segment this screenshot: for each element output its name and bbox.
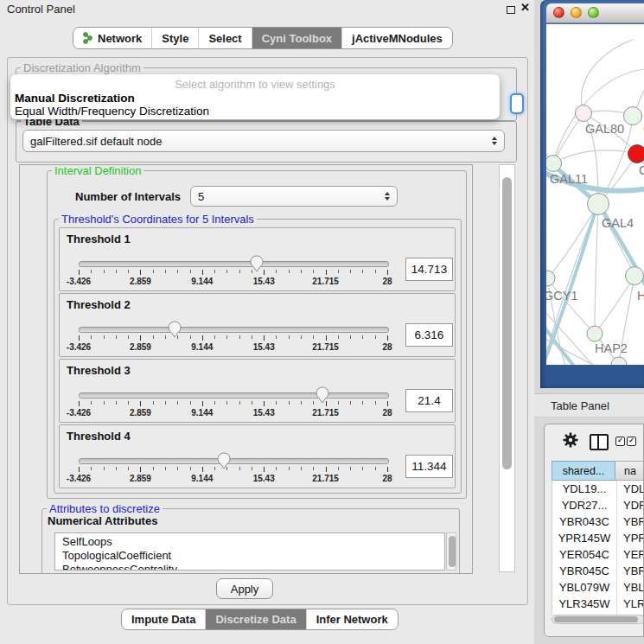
slider-tick [276, 270, 277, 273]
scrollbar-thumb[interactable] [554, 616, 638, 622]
network-edge[interactable] [581, 40, 633, 113]
table-panel-title: Table Panel [551, 399, 609, 412]
table-row[interactable]: YPR145WYPR1 [552, 530, 644, 546]
slider-tick [177, 270, 178, 273]
apply-button[interactable]: Apply [216, 578, 273, 599]
tab-select[interactable]: Select [199, 28, 252, 48]
tab-cyni-toolbox[interactable]: Cyni Toolbox [252, 28, 342, 48]
threshold-slider-thumb[interactable] [217, 452, 231, 469]
threshold-slider-thumb[interactable] [250, 255, 264, 272]
panel-vertical-scrollbar[interactable] [499, 164, 515, 572]
threshold-value-field[interactable]: 11.344 [405, 455, 453, 478]
algorithm-option-equal-width[interactable]: Equal Width/Frequency Discretization [15, 105, 209, 118]
scrollbar-thumb[interactable] [502, 177, 512, 469]
table-row[interactable]: YBR045CYBR0 [552, 563, 644, 579]
network-node-label: GAL11 [550, 172, 588, 186]
threshold-slider-track[interactable] [79, 458, 389, 464]
tab-label: Impute Data [131, 613, 195, 626]
table-data-combobox[interactable]: galFiltered.sif default node [22, 130, 505, 152]
number-of-intervals-label: Number of Intervals [75, 190, 181, 203]
network-node[interactable] [576, 105, 592, 122]
table-header-row: shared... na [552, 461, 644, 481]
algorithm-dropdown-popup: Select algorithm to view settings Manual… [10, 74, 500, 119]
close-icon[interactable]: ✕ [520, 1, 530, 14]
slider-tick [313, 335, 314, 339]
table-cell-name: YBR0 [617, 513, 644, 530]
threshold-slider-thumb[interactable] [168, 321, 182, 338]
network-canvas[interactable]: GAL80GACGAL11GAL4GCY1HHAP2 [546, 24, 644, 365]
slider-tick [140, 467, 141, 472]
tab-network[interactable]: Network [73, 28, 152, 48]
zoom-traffic-light-icon[interactable] [588, 7, 599, 18]
column-header-name[interactable]: na [615, 461, 644, 481]
checkbox-icons[interactable]: ✓ ✓ [615, 437, 636, 446]
close-traffic-light-icon[interactable] [553, 7, 564, 18]
table-row[interactable]: YDL19...YDL1 [552, 481, 644, 497]
combobox-spinner-icon[interactable] [492, 137, 497, 145]
threshold-value-field[interactable]: 14.713 [405, 258, 453, 281]
network-node[interactable] [624, 107, 642, 125]
cyni-mode-tab-bar: Impute Data Discretize Data Infer Networ… [121, 609, 399, 630]
numerical-attributes-list[interactable]: SelfLoopsTopologicalCoefficientBetweenne… [54, 532, 445, 571]
table-row[interactable]: YBR043CYBR0 [552, 513, 644, 530]
thresholds-group: Threshold's Coordinates for 5 Intervals … [54, 219, 462, 494]
split-columns-icon[interactable] [590, 434, 609, 450]
slider-tick-label: 2.859 [130, 342, 151, 352]
slider-tick [214, 270, 215, 273]
attribute-list-item[interactable]: BetweennessCentrality [55, 563, 444, 571]
attribute-list-item[interactable]: TopologicalCoefficient [55, 549, 444, 563]
network-edge[interactable] [547, 204, 598, 278]
attributes-list-scrollbar[interactable] [446, 532, 456, 571]
number-of-intervals-combobox[interactable]: 5 [190, 186, 398, 207]
slider-tick-label: 9.144 [191, 408, 213, 418]
table-row[interactable]: YER054CYER0 [552, 546, 644, 563]
tab-discretize-data[interactable]: Discretize Data [206, 609, 306, 629]
slider-tick [177, 467, 178, 470]
threshold-value-field[interactable]: 6.316 [405, 323, 453, 347]
tab-infer-network[interactable]: Infer Network [307, 609, 398, 629]
node-table: shared... na YDL19...YDL1YDR27...YDR2YBR… [552, 461, 644, 481]
threshold-slider-track[interactable] [79, 261, 389, 267]
threshold-slider-track[interactable] [79, 392, 389, 399]
slider-tick [289, 467, 290, 470]
slider-tick [301, 401, 302, 405]
slider-tick [91, 467, 92, 470]
combobox-spinner-icon[interactable] [385, 192, 390, 201]
tab-label: Select [208, 32, 241, 45]
network-icon [83, 32, 93, 44]
threshold-value-field[interactable]: 21.4 [405, 389, 453, 412]
threshold-slider-track[interactable] [79, 327, 389, 333]
table-cell-name: YDL1 [617, 481, 644, 497]
network-node[interactable] [546, 156, 562, 172]
network-edge[interactable] [595, 276, 634, 334]
network-node[interactable] [546, 271, 555, 286]
table-horizontal-scrollbar[interactable] [552, 615, 644, 624]
network-window-titlebar[interactable] [546, 3, 644, 23]
minimize-traffic-light-icon[interactable] [571, 7, 582, 18]
gear-icon[interactable] [562, 431, 579, 449]
attribute-list-item[interactable]: SelfLoops [55, 535, 444, 549]
table-row[interactable]: YDR27...YDR2 [552, 497, 644, 513]
slider-tick [226, 335, 227, 339]
table-row[interactable]: YLR345WYLR3 [552, 596, 644, 612]
threshold-slider-thumb[interactable] [316, 386, 329, 404]
network-node[interactable] [626, 267, 644, 285]
network-node[interactable] [628, 145, 644, 163]
network-node[interactable] [588, 194, 609, 215]
slider-tick [128, 335, 129, 339]
scrollbar-thumb[interactable] [449, 536, 456, 567]
tab-jactivemnodules[interactable]: jActiveMNodules [342, 28, 452, 48]
tab-label: Discretize Data [215, 613, 296, 626]
slider-tick [338, 270, 339, 273]
algorithm-combobox-fragment[interactable] [510, 93, 524, 114]
table-row[interactable]: YBL079WYBL0 [552, 579, 644, 596]
tab-impute-data[interactable]: Impute Data [122, 609, 206, 629]
network-edge[interactable] [595, 204, 598, 334]
slider-tick [387, 401, 388, 406]
float-window-icon[interactable] [507, 6, 515, 14]
network-node[interactable] [587, 326, 603, 341]
column-header-shared-name[interactable]: shared... [552, 461, 615, 481]
slider-tick [338, 335, 339, 339]
tab-style[interactable]: Style [152, 28, 199, 48]
algorithm-option-manual[interactable]: Manual Discretization [15, 92, 135, 105]
